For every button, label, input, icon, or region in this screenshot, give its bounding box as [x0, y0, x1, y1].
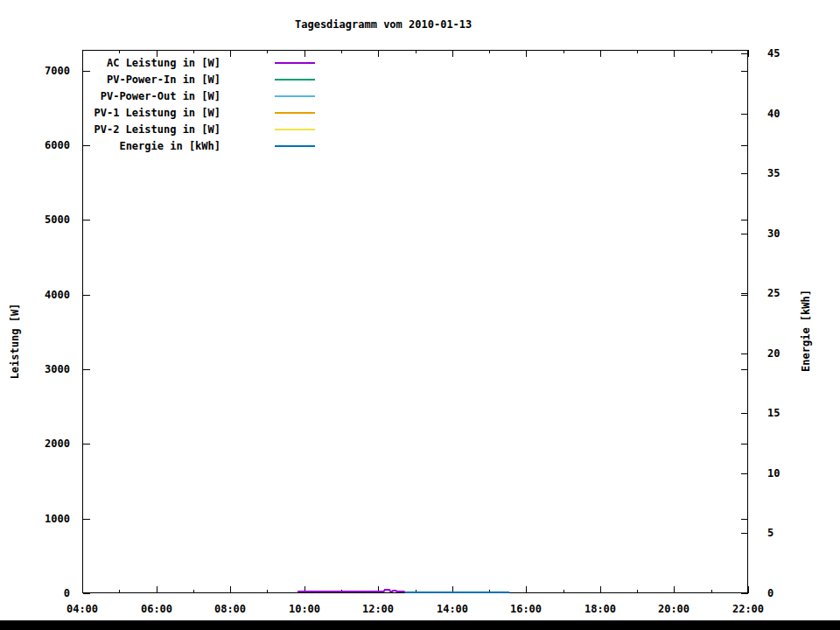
- legend-line-sample: [275, 79, 315, 80]
- legend-line-sample: [275, 95, 315, 97]
- legend-line-sample: [275, 145, 315, 147]
- legend-item-label: PV-1 Leistung in [W]: [52, 106, 220, 120]
- legend-item-label: PV-Power-Out in [W]: [52, 89, 220, 103]
- series-line-ac-leistung-in-w-: [298, 590, 405, 592]
- chart-canvas: Tagesdiagramm vom 2010-01-13 04:0006:000…: [0, 0, 840, 630]
- legend-item-label: AC Leistung in [W]: [52, 56, 220, 70]
- legend-line-sample: [275, 129, 315, 130]
- legend-item-label: PV-Power-In in [W]: [52, 73, 220, 87]
- y-axis-label-right: Energie [kWh]: [799, 270, 813, 392]
- bottom-black-strip: [0, 620, 840, 630]
- legend-item-label: PV-2 Leistung in [W]: [52, 122, 220, 136]
- legend-line-sample: [275, 62, 315, 64]
- legend-line-sample: [275, 112, 315, 114]
- legend-item-label: Energie in [kWh]: [52, 139, 220, 153]
- y-axis-label-left: Leistung [W]: [8, 280, 22, 402]
